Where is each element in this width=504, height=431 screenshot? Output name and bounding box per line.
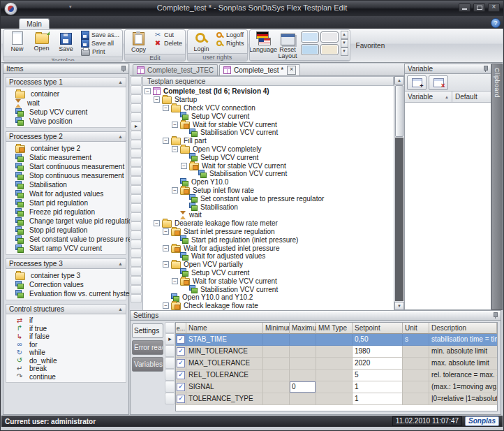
enabled-cell[interactable]: ✓: [176, 370, 186, 381]
minimum-cell[interactable]: [263, 358, 290, 370]
minimum-cell[interactable]: [263, 370, 290, 381]
row-selector-cell[interactable]: [131, 85, 142, 94]
scrollbar-track[interactable]: [395, 138, 403, 301]
tree-column-header[interactable]: Testplan sequence: [142, 76, 394, 86]
tree-node-setup-inlet-flow-rate[interactable]: − Setup inlet flow rate: [143, 187, 394, 195]
item-wait-for-adjusted-values[interactable]: Wait for adjusted values: [6, 189, 126, 198]
row-selector-cell[interactable]: [165, 381, 175, 393]
checkbox-checked-icon[interactable]: ✓: [177, 395, 185, 403]
open-button[interactable]: Open: [29, 31, 54, 52]
section-header[interactable]: Control structures ▲: [6, 304, 126, 314]
enabled-column-header[interactable]: e...: [176, 323, 186, 334]
expand-icon[interactable]: −: [154, 220, 160, 226]
reset-layout-button[interactable]: ResetLayout: [276, 31, 300, 59]
settings-tab-settings[interactable]: Settings: [132, 323, 163, 338]
setpoint-cell[interactable]: 1: [353, 393, 403, 405]
tree-node-wait-for-stable-vcv-current[interactable]: − Wait for stable VCV current: [143, 277, 394, 285]
tree-node-check-vcv-connection[interactable]: − Check VCV connection: [143, 104, 394, 112]
expand-icon[interactable]: −: [172, 278, 178, 284]
cut-button[interactable]: ✂ Cut: [152, 31, 184, 39]
tree-node-stabilisation-vcv-current[interactable]: Stabilisation VCV current: [143, 129, 394, 137]
tree-node-stabilisation-vcv-current[interactable]: Stabilisation VCV current: [143, 170, 394, 178]
item-setup-vcv-current[interactable]: Setup VCV current: [6, 108, 126, 117]
mm-type-cell[interactable]: [316, 334, 353, 346]
item-correction-values[interactable]: Correction values: [6, 280, 126, 289]
row-selector-cell[interactable]: [131, 221, 142, 231]
minimum-cell[interactable]: [263, 346, 290, 358]
tree-node-wait-for-adjusted-values[interactable]: Wait for adjusted values: [143, 252, 394, 261]
item-wait[interactable]: wait: [6, 98, 126, 108]
row-selector-cell[interactable]: [131, 285, 142, 294]
setpoint-cell[interactable]: 1: [353, 381, 403, 393]
delete-button[interactable]: ✖ Delete: [152, 39, 184, 48]
item-change-target-value-pid-regulation[interactable]: Change target value pid regulation: [6, 217, 126, 226]
maximize-button[interactable]: [473, 3, 485, 12]
row-selector-cell[interactable]: [131, 258, 142, 267]
collapse-icon[interactable]: ▲: [118, 261, 123, 266]
tree-node-set-constant-value-to-pressure-regulator[interactable]: Set constant value to pressure regulator: [143, 194, 394, 203]
current-row-marker[interactable]: ▸: [165, 333, 175, 345]
favorites-button[interactable]: Favoriten: [356, 42, 385, 50]
item-if[interactable]: ⇄ if: [6, 316, 126, 325]
tree-node-wait-for-stable-vcv-current[interactable]: − Wait for stable VCV current: [143, 120, 394, 129]
expand-icon[interactable]: −: [163, 245, 169, 251]
row-selector-cell[interactable]: [131, 194, 142, 203]
row-selector-cell[interactable]: [131, 203, 142, 212]
gallery-up-icon[interactable]: ▲: [341, 31, 348, 39]
minimum-cell[interactable]: [263, 381, 290, 393]
row-selector-cell[interactable]: [131, 176, 142, 185]
maximum-cell[interactable]: [290, 346, 316, 358]
expand-icon[interactable]: −: [144, 88, 151, 94]
collapse-icon[interactable]: ▲: [118, 134, 123, 139]
name-column-header[interactable]: Name: [186, 323, 263, 334]
variable-column-header[interactable]: Variable ▲: [405, 92, 452, 102]
row-selector-cell[interactable]: [131, 276, 142, 285]
scrollbar-thumb[interactable]: [395, 85, 403, 137]
settings-row-tolerance-type[interactable]: ✓ TOLERANCE_TYPE 1 |0=relative |1=absolu…: [176, 393, 497, 405]
item-do-while[interactable]: ↺ do_while: [6, 357, 126, 365]
mm-type-cell[interactable]: [316, 393, 353, 405]
enabled-cell[interactable]: ✓: [176, 334, 186, 346]
mm-type-cell[interactable]: [316, 370, 353, 381]
tree-node-open-y10-0-and-y10-2[interactable]: Open Y10.0 and Y10.2: [143, 293, 394, 302]
tree-node-fill-part[interactable]: − Fill part: [143, 137, 394, 145]
item-stop-pid-regulation[interactable]: Stop pid regulation: [6, 226, 126, 235]
maximum-column-header[interactable]: Maximum: [290, 323, 316, 334]
checkbox-checked-icon[interactable]: ✓: [177, 359, 185, 367]
tree-scrollbar[interactable]: ▲ ▼: [394, 76, 404, 310]
item-for[interactable]: ∞ for: [6, 341, 126, 349]
mm-type-cell[interactable]: [316, 381, 353, 393]
settings-row-signal[interactable]: ✓ SIGNAL 0 1 (max.: 1=moving avg.) |0=in…: [176, 381, 497, 393]
item-container-type-2[interactable]: container type 2: [6, 144, 126, 153]
item-while[interactable]: ↻ while: [6, 349, 126, 357]
maximum-cell[interactable]: [290, 334, 316, 346]
maximum-cell[interactable]: [290, 370, 316, 381]
enabled-cell[interactable]: ✓: [176, 381, 186, 393]
minimum-cell[interactable]: [263, 393, 290, 405]
minimum-cell[interactable]: [263, 334, 290, 346]
delete-variable-button[interactable]: [429, 75, 448, 90]
doc-tab-complete-test[interactable]: Complete_test *: [219, 64, 300, 75]
description-column-header[interactable]: Description: [429, 323, 497, 334]
scroll-up-icon[interactable]: ▲: [394, 76, 404, 85]
item-freeze-pid-regulation[interactable]: Freeze pid regulation: [6, 207, 126, 217]
tree-node-setup-vcv-current[interactable]: Setup VCV current: [143, 153, 394, 161]
tree-node-startup[interactable]: − Startup: [143, 96, 394, 104]
row-selector-cell[interactable]: [131, 76, 142, 85]
item-stop-continuous-measurement[interactable]: Stop continuous measurement: [6, 171, 126, 180]
row-selector-cell[interactable]: [131, 149, 142, 158]
tree-node-open-y10-0[interactable]: Open Y10.0: [143, 178, 394, 187]
language-button[interactable]: Language: [251, 31, 276, 53]
expand-icon[interactable]: −: [172, 146, 178, 152]
row-selector-cell[interactable]: [131, 240, 142, 249]
help-icon[interactable]: [491, 18, 501, 28]
item-continue[interactable]: ↷ continue: [6, 373, 126, 381]
save-button[interactable]: Save: [54, 31, 78, 52]
expand-icon[interactable]: −: [172, 187, 178, 193]
tree-node-complete-test-id-6-revision-4[interactable]: − Complete_test (Id 6; Revision 4): [143, 87, 394, 96]
settings-row-rel-tolerance[interactable]: ✓ REL_TOLERANCE 5 rel. tolerance = max. …: [176, 370, 497, 381]
row-selector-cell[interactable]: [131, 167, 142, 176]
item-start-continuous-measurement[interactable]: Start continuous measurement: [6, 162, 126, 171]
scroll-down-icon[interactable]: ▼: [394, 302, 404, 310]
expand-icon[interactable]: −: [172, 122, 178, 128]
